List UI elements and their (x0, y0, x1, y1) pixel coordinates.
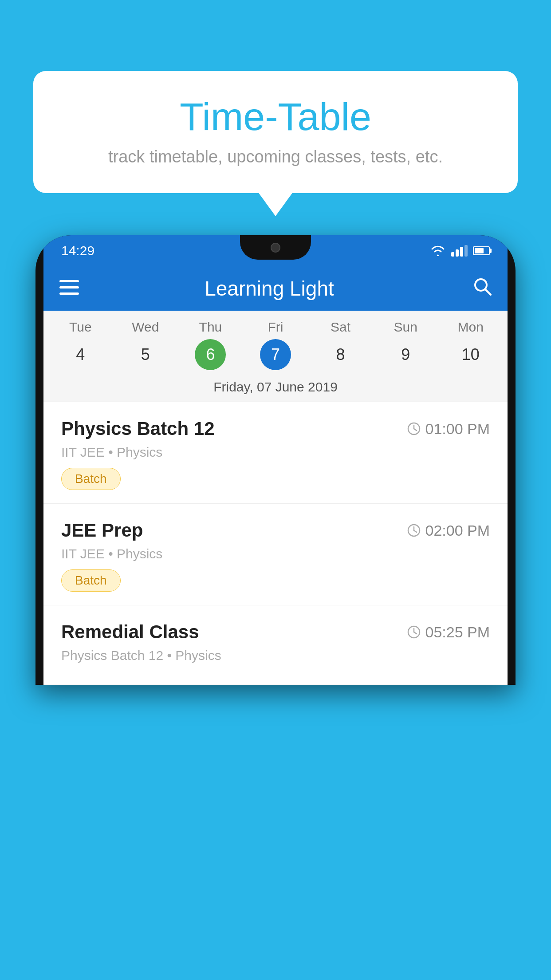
day-column[interactable]: Tue4 (48, 320, 113, 370)
day-number[interactable]: 8 (325, 339, 356, 370)
clock-icon (407, 625, 421, 639)
day-number[interactable]: 5 (130, 339, 161, 370)
days-header: Tue4Wed5Thu6Fri7Sat8Sun9Mon10 (43, 311, 508, 372)
day-column[interactable]: Mon10 (438, 320, 503, 370)
day-number[interactable]: 10 (455, 339, 486, 370)
wifi-icon (430, 245, 446, 257)
day-name: Sun (373, 320, 438, 335)
calendar-section: Tue4Wed5Thu6Fri7Sat8Sun9Mon10 Friday, 07… (43, 311, 508, 402)
bubble-subtitle: track timetable, upcoming classes, tests… (60, 147, 491, 166)
event-card[interactable]: JEE Prep 02:00 PMIIT JEE • PhysicsBatch (43, 504, 508, 605)
svg-line-4 (485, 289, 491, 295)
svg-line-10 (414, 530, 417, 532)
app-toolbar: Learning Light (43, 266, 508, 311)
day-name: Thu (178, 320, 243, 335)
status-bar: 14:29 (43, 235, 508, 266)
event-meta: IIT JEE • Physics (61, 445, 490, 460)
event-time: 05:25 PM (407, 624, 490, 641)
event-meta: Physics Batch 12 • Physics (61, 648, 490, 663)
svg-line-7 (414, 429, 417, 431)
day-column[interactable]: Sat8 (308, 320, 373, 370)
event-name: Physics Batch 12 (61, 418, 215, 439)
bubble-title: Time-Table (60, 95, 491, 138)
event-time: 02:00 PM (407, 522, 490, 539)
event-time: 01:00 PM (407, 420, 490, 438)
day-number[interactable]: 9 (390, 339, 421, 370)
day-column[interactable]: Sun9 (373, 320, 438, 370)
day-number[interactable]: 7 (260, 339, 291, 370)
svg-rect-0 (59, 280, 79, 282)
day-name: Sat (308, 320, 373, 335)
signal-icon (451, 245, 468, 257)
menu-icon[interactable] (59, 279, 79, 298)
status-time: 14:29 (61, 243, 94, 258)
event-meta: IIT JEE • Physics (61, 546, 490, 561)
notch (240, 235, 311, 260)
batch-badge: Batch (61, 468, 121, 490)
batch-badge: Batch (61, 569, 121, 592)
event-name: JEE Prep (61, 520, 143, 541)
day-column[interactable]: Wed5 (113, 320, 178, 370)
day-column[interactable]: Fri7 (243, 320, 308, 370)
event-time-value: 05:25 PM (425, 624, 490, 641)
events-section: Physics Batch 12 01:00 PMIIT JEE • Physi… (43, 402, 508, 685)
phone-frame: 14:29 (35, 235, 516, 685)
battery-icon (473, 246, 490, 255)
day-column[interactable]: Thu6 (178, 320, 243, 370)
event-card[interactable]: Remedial Class 05:25 PMPhysics Batch 12 … (43, 605, 508, 685)
clock-icon (407, 422, 421, 435)
front-camera (271, 243, 280, 253)
day-name: Wed (113, 320, 178, 335)
svg-line-13 (414, 632, 417, 634)
day-name: Tue (48, 320, 113, 335)
event-card[interactable]: Physics Batch 12 01:00 PMIIT JEE • Physi… (43, 402, 508, 504)
day-name: Fri (243, 320, 308, 335)
phone-mockup: 14:29 (35, 235, 516, 980)
svg-rect-1 (59, 286, 79, 288)
selected-date-label: Friday, 07 June 2019 (43, 372, 508, 402)
event-time-value: 02:00 PM (425, 522, 490, 539)
battery-fill (475, 248, 484, 253)
status-icons (430, 245, 490, 257)
app-title: Learning Light (92, 277, 446, 300)
event-time-value: 01:00 PM (425, 420, 490, 438)
event-name: Remedial Class (61, 621, 199, 643)
svg-rect-2 (59, 292, 79, 295)
clock-icon (407, 524, 421, 537)
day-name: Mon (438, 320, 503, 335)
speech-bubble: Time-Table track timetable, upcoming cla… (33, 71, 518, 193)
day-number[interactable]: 4 (65, 339, 96, 370)
day-number[interactable]: 6 (195, 339, 226, 370)
search-icon[interactable] (473, 277, 492, 300)
